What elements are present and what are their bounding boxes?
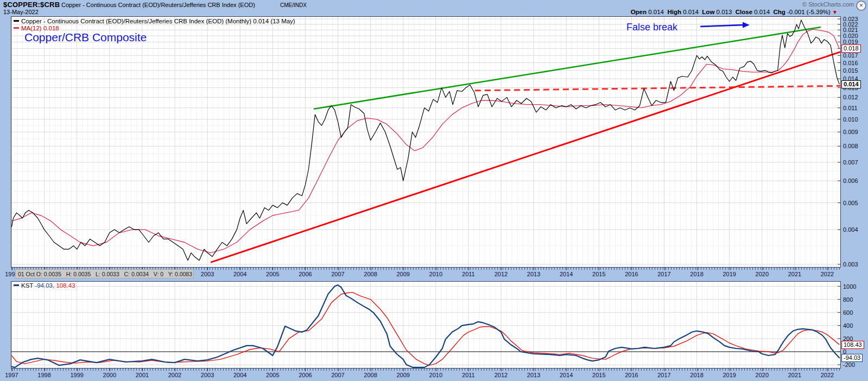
year-tick: [371, 369, 371, 371]
year-label: 2007: [329, 372, 347, 378]
year-label: 2005: [263, 271, 282, 277]
year-label: 1999: [68, 372, 86, 378]
year-tick: [142, 369, 143, 371]
year-tick: [534, 369, 534, 371]
year-tick: [697, 369, 698, 371]
year-tick: [207, 369, 208, 371]
year-label: 1998: [35, 372, 54, 378]
main-price-chart[interactable]: [11, 16, 841, 268]
year-label: 2015: [590, 271, 608, 277]
main-y-tick-label: 0.006: [843, 177, 858, 184]
year-label: 2019: [720, 372, 739, 378]
year-label: 2016: [622, 372, 641, 378]
kst-legend-label: KST: [21, 282, 33, 289]
year-tick: [240, 369, 240, 371]
year-label: 2010: [427, 372, 445, 378]
year-tick: [468, 369, 469, 371]
kst-y-tick-label: -200: [843, 361, 855, 368]
year-tick: [305, 369, 306, 371]
year-tick: [436, 369, 436, 371]
ma-line-swatch-icon: [14, 27, 19, 29]
year-label: 2008: [362, 372, 380, 378]
year-label: 2007: [329, 271, 347, 277]
ma-last-value-badge: 0.018: [841, 45, 861, 53]
year-tick: [501, 369, 502, 371]
year-tick: [795, 369, 795, 371]
year-tick: [664, 268, 665, 270]
price-legend-text: Copper - Continuous Contract (EOD)/Reute…: [21, 18, 295, 24]
year-label: 2008: [362, 271, 380, 277]
year-label: 2000: [100, 372, 119, 378]
year-label: 2002: [166, 372, 184, 378]
year-label: 2003: [198, 271, 217, 277]
year-tick: [599, 369, 599, 371]
open-value: 0.014: [648, 9, 664, 15]
year-label: 2003: [198, 372, 217, 378]
main-y-tick-label: 0.015: [843, 67, 858, 74]
open-label: Open: [631, 9, 647, 15]
false-break-annotation: False break: [626, 22, 677, 33]
year-label: 2016: [622, 271, 641, 277]
stockcharts-page: { "header": { "symbol": "$COPPER:$CRB", …: [0, 0, 868, 381]
year-label: 2022: [818, 372, 837, 378]
year-label: 2013: [524, 271, 543, 277]
year-tick: [45, 369, 45, 371]
year-tick: [566, 369, 567, 371]
year-tick: [566, 268, 567, 270]
year-label: 2015: [590, 372, 608, 378]
year-label: 2022: [818, 271, 837, 277]
year-label: 2005: [263, 372, 282, 378]
year-tick: [110, 369, 110, 371]
data-tooltip-bar: 01 Oct O: 0.0035 H: 0.0035 L: 0.0033 C: …: [15, 269, 194, 278]
year-tick: [240, 268, 240, 270]
kst-y-tick-label: 600: [843, 309, 853, 316]
year-tick: [730, 369, 730, 371]
year-label: 2014: [557, 271, 575, 277]
year-tick: [403, 268, 404, 270]
instrument-description: Copper - Continuous Contract (EOD)/Reute…: [61, 2, 255, 8]
high-value: 0.014: [683, 9, 699, 15]
year-tick: [273, 369, 273, 371]
kst-y-tick-label: 1000: [843, 283, 856, 290]
main-y-tick-label: 0.008: [843, 143, 858, 149]
year-label: 2017: [655, 372, 674, 378]
year-label: 1997: [3, 372, 21, 378]
main-y-tick-label: 0.012: [843, 94, 858, 100]
kst-indicator-chart[interactable]: [11, 281, 841, 369]
chg-down-triangle-icon: ▼: [832, 9, 838, 15]
year-label: 2020: [753, 271, 771, 277]
year-tick: [762, 369, 763, 371]
year-tick: [795, 268, 795, 270]
main-y-tick-label: 0.004: [843, 226, 858, 233]
price-legend: Copper - Continuous Contract (EOD)/Reute…: [14, 18, 295, 24]
kst-value-red: 108.43: [56, 282, 75, 289]
main-y-tick-label: 0.011: [843, 105, 858, 111]
year-label: 2019: [720, 271, 739, 277]
year-tick: [436, 268, 436, 270]
close-icon[interactable]: ✕: [856, 1, 866, 11]
year-label: 2004: [231, 372, 249, 378]
main-y-tick-label: 0.007: [843, 159, 858, 166]
year-label: 2009: [394, 271, 413, 277]
year-tick: [534, 268, 534, 270]
chg-label: Chg: [773, 9, 785, 15]
kst-value-blue: -94.03,: [35, 282, 54, 289]
year-label: 2012: [492, 271, 510, 277]
year-tick: [77, 369, 78, 371]
main-y-tick-label: 0.009: [843, 129, 858, 135]
year-label: 2004: [231, 271, 249, 277]
year-tick: [697, 268, 698, 270]
year-tick: [12, 369, 12, 371]
year-label: 2018: [688, 372, 706, 378]
kst-line-swatch-icon: [14, 284, 19, 286]
year-label: 2020: [753, 372, 771, 378]
year-tick: [371, 268, 371, 270]
low-value: 0.013: [717, 9, 732, 15]
main-y-tick-label: 0.017: [843, 52, 858, 59]
year-label: 2001: [133, 372, 151, 378]
year-tick: [631, 369, 632, 371]
kst-legend: KST -94.03, 108.43: [14, 282, 75, 289]
year-tick: [827, 369, 828, 371]
year-tick: [501, 268, 502, 270]
chart-annotation-title: Copper/CRB Composite: [24, 31, 147, 44]
